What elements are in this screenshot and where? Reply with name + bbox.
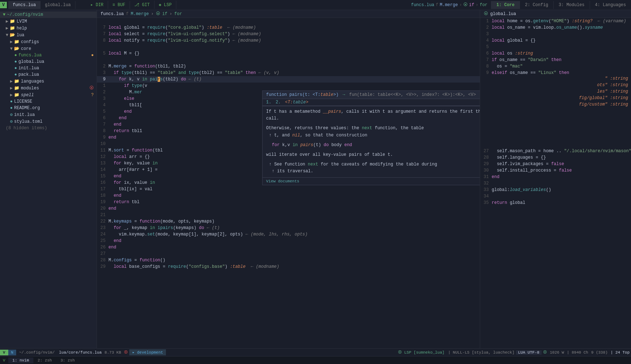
code-line: 3 [480, 31, 631, 37]
sidebar-item-readme[interactable]: ● README.org [0, 105, 97, 111]
annotation-4: fig/global" :string [579, 95, 628, 101]
file-icon: ● [14, 72, 17, 77]
sidebar-item-spell[interactable]: ▶ 📁 spell ? [0, 92, 97, 98]
terminal-tab-zsh2[interactable]: 3: zsh [56, 358, 79, 363]
right-editor-pane: ⦿ global.lua 1 local home = os.getenv("H… [480, 10, 631, 348]
sidebar-item-lvim[interactable]: ▶ 📁 LVIM [0, 18, 97, 25]
terminal-bar: V 1: nvim 2: zsh 3: zsh [0, 356, 631, 364]
breadcrumb-if: if [469, 3, 474, 8]
sidebar-item-configs[interactable]: ▶ 📁 configs [0, 38, 97, 45]
sidebar-item-init-lua[interactable]: ● init.lua [0, 65, 97, 71]
status-chars: | 8940 Ch [566, 350, 590, 355]
code-line: 7 local select = require("lvim-ui-config… [97, 31, 480, 37]
code-line: 28 M.configs = function() [97, 257, 480, 263]
sidebar-item-languages[interactable]: ▶ 📁 languages [0, 78, 97, 85]
tooltip-popup: function pairs(t: <T:table>) → fun(table… [262, 90, 480, 185]
tab-languages[interactable]: 4: Languages [590, 1, 631, 9]
code-line: 27 [97, 251, 480, 257]
code-line: 35 return global [480, 200, 631, 206]
status-lang: LUA UTF-8 [516, 350, 542, 355]
nav-git[interactable]: ⎇ GIT [130, 1, 154, 9]
chevron-right-icon: ▶ [10, 39, 13, 45]
status-position: 9 (338) [590, 350, 609, 355]
left-editor-pane: funcs.lua f M.merge › ⦿ if › for 7 local… [97, 10, 480, 348]
code-line: 1 if type(v [97, 83, 480, 89]
code-line: 29 local base_configs = require("configs… [97, 263, 480, 270]
nav-lsp[interactable]: ◈ LSP [154, 1, 176, 9]
file-icon: ● [10, 99, 13, 104]
code-line: 7 local global = require("core.global") … [97, 24, 480, 31]
tab-core[interactable]: 1: Core [491, 1, 519, 9]
sidebar: ▼ ~/.config/nvim ▶ 📁 LVIM ▶ 📁 help ▼ 📂 l… [0, 10, 97, 348]
status-bar: V N ~/.config/nvim/ lua/core/funcs.lua 8… [0, 348, 631, 356]
breadcrumb-func: M.merge [440, 3, 458, 8]
for-label: for [174, 11, 182, 17]
chevron-right-icon: ▶ [10, 85, 13, 91]
code-line: 1 local home = os.getenv("HOME") :string… [480, 18, 631, 24]
sidebar-item-stylua[interactable]: ⚙ stylua.toml [0, 118, 97, 125]
tab-config[interactable]: 2: Config [520, 1, 553, 9]
folder-icon: 📁 [10, 19, 15, 24]
annotation-2: ots" :string [597, 83, 628, 88]
code-line [97, 57, 480, 63]
status-right: ⦿ LSP [sumneko_lua] | NULL-LS [stylua, l… [396, 350, 631, 355]
sidebar-item-modules[interactable]: ▶ 📁 modules ⦿ [0, 85, 97, 92]
func-label: M.merge [131, 11, 149, 17]
main-area: ▼ ~/.config/nvim ▶ 📁 LVIM ▶ 📁 help ▼ 📂 l… [0, 10, 631, 348]
code-line: 7 if os_name == "Darwin" then [480, 57, 631, 63]
nav-dir[interactable]: ▸ DIR [86, 1, 108, 9]
terminal-tab-nvim[interactable]: 1: nvim [8, 358, 33, 363]
code-line [97, 44, 480, 50]
code-line: 19 return tbl [97, 199, 480, 205]
code-line: 6 local os :string [480, 50, 631, 57]
code-line: 5 local M = {} [97, 50, 480, 57]
tab-modules[interactable]: 3: Modules [553, 1, 590, 9]
status-cols: 1026 W [548, 350, 566, 355]
folder-icon: 📁 [14, 79, 19, 84]
right-editor-header: ⦿ global.lua [480, 10, 631, 18]
sidebar-item-init-root[interactable]: ⚙ init.lua [0, 111, 97, 118]
sidebar-item-license[interactable]: ● LICENSE [0, 98, 97, 105]
terminal-tab-zsh1[interactable]: 2: zsh [33, 358, 56, 363]
code-line: 17 tbl[ix] = val [97, 186, 480, 192]
sidebar-item-hidden: (8 hidden items) [0, 125, 97, 131]
status-null-ls: | NULL-LS [stylua, luacheck] [447, 350, 516, 355]
tooltip-nav-2[interactable]: 2. [275, 100, 280, 105]
nav-buf[interactable]: ≡ BUF [108, 1, 130, 9]
status-info-icon: ⦿ [542, 350, 548, 355]
error-indicator: ⦿ [89, 85, 94, 91]
status-path: ~/.config/nvim/ [16, 350, 57, 355]
tooltip-footer[interactable]: View documents [263, 177, 480, 185]
sidebar-item-lua[interactable]: ▼ 📂 lua [0, 32, 97, 38]
file-icon: ● [14, 66, 17, 71]
code-line: 27 self.mason_path = home .. "/.local/sh… [480, 148, 631, 154]
folder-open-icon: 📂 [14, 46, 19, 51]
status-lsp: ⦿ LSP [sumneko_lua] [396, 350, 447, 355]
code-line: 2 M.merge = function(tbl1, tbl2) [97, 63, 480, 70]
folder-icon: 📁 [14, 85, 19, 91]
code-line: 28 self.languages = {} [480, 154, 631, 161]
code-line: 23 for _, keymap in ipairs(keymaps) do ←… [97, 225, 480, 231]
annotation-1: " :string [605, 76, 628, 81]
tab-funcs-lua[interactable]: funcs.lua [8, 1, 41, 9]
status-top: | 24 Top [609, 350, 631, 355]
sidebar-item-help[interactable]: ▶ 📁 help [0, 25, 97, 32]
tooltip-nav: 1. 2. <T:table> [263, 99, 480, 106]
chevron-right-icon: ▶ [6, 19, 8, 24]
status-filesize: 8.73 KB [103, 350, 122, 355]
sidebar-item-root[interactable]: ▼ ~/.config/nvim [0, 11, 97, 18]
status-filename: lua/core/funcs.lua [57, 350, 103, 355]
sidebar-item-pack-lua[interactable]: ● pack.lua [0, 71, 97, 78]
left-editor-header: funcs.lua f M.merge › ⦿ if › for [97, 10, 480, 18]
gear-icon: ⚙ [10, 119, 13, 124]
sidebar-item-global-lua[interactable]: ● global.lua [0, 59, 97, 65]
tooltip-nav-1[interactable]: 1. [266, 100, 271, 105]
sidebar-item-funcs-lua[interactable]: ● funcs.lua ● [0, 52, 97, 59]
file-icon: ● [10, 106, 13, 111]
tab-global-lua[interactable]: global.lua [41, 1, 75, 9]
code-line: 8 os = "mac" [480, 63, 631, 70]
folder-icon: 📁 [10, 25, 15, 31]
chevron-right-icon: ▶ [10, 92, 13, 98]
sidebar-item-core[interactable]: ▼ 📂 core [0, 45, 97, 52]
code-line: 24 vim.keymap.set(mode, keymap[1], keyma… [97, 231, 480, 238]
